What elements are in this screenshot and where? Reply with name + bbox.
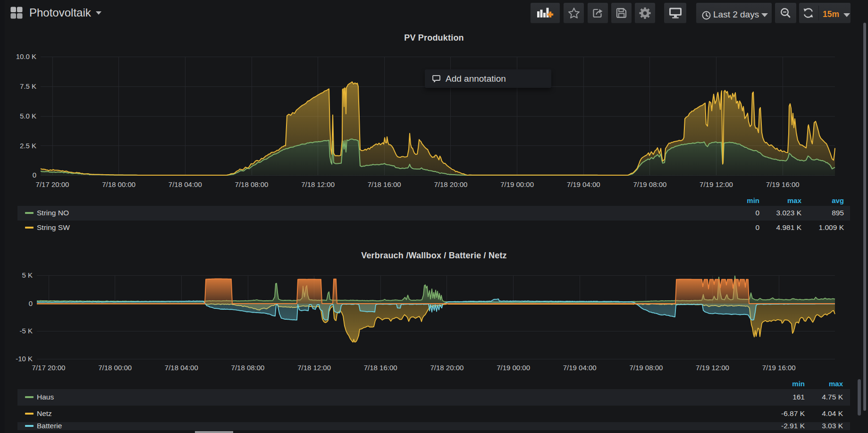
svg-text:7/18 08:00: 7/18 08:00 xyxy=(231,364,265,372)
svg-text:5 K: 5 K xyxy=(22,271,33,279)
svg-text:7/18 20:00: 7/18 20:00 xyxy=(430,364,463,372)
svg-text:7/17 20:00: 7/17 20:00 xyxy=(32,364,66,372)
svg-text:7/18 00:00: 7/18 00:00 xyxy=(98,364,132,372)
svg-text:7/18 04:00: 7/18 04:00 xyxy=(169,180,202,188)
svg-text:2.5 K: 2.5 K xyxy=(20,142,36,150)
svg-text:-5 K: -5 K xyxy=(19,327,33,335)
svg-text:7/19 04:00: 7/19 04:00 xyxy=(563,364,597,372)
svg-text:7/19 16:00: 7/19 16:00 xyxy=(766,180,800,188)
svg-text:7.5 K: 7.5 K xyxy=(20,82,36,90)
svg-text:7/18 20:00: 7/18 20:00 xyxy=(434,180,467,188)
svg-text:0: 0 xyxy=(33,171,36,179)
svg-text:7/18 04:00: 7/18 04:00 xyxy=(165,364,198,372)
svg-text:10.0 K: 10.0 K xyxy=(16,52,36,60)
svg-text:7/18 12:00: 7/18 12:00 xyxy=(297,364,331,372)
svg-text:-10 K: -10 K xyxy=(16,355,33,363)
svg-text:7/18 12:00: 7/18 12:00 xyxy=(301,180,335,188)
svg-text:0: 0 xyxy=(29,299,33,307)
svg-text:7/19 08:00: 7/19 08:00 xyxy=(629,364,663,372)
svg-text:7/18 16:00: 7/18 16:00 xyxy=(364,364,397,372)
svg-text:7/18 16:00: 7/18 16:00 xyxy=(368,180,401,188)
svg-text:7/19 12:00: 7/19 12:00 xyxy=(699,180,733,188)
svg-text:7/19 00:00: 7/19 00:00 xyxy=(497,364,530,372)
svg-text:7/19 00:00: 7/19 00:00 xyxy=(500,180,534,188)
svg-text:7/19 16:00: 7/19 16:00 xyxy=(762,364,796,372)
svg-text:7/19 12:00: 7/19 12:00 xyxy=(696,364,729,372)
svg-text:7/17 20:00: 7/17 20:00 xyxy=(36,180,69,188)
svg-text:7/19 08:00: 7/19 08:00 xyxy=(633,180,666,188)
svg-text:7/19 04:00: 7/19 04:00 xyxy=(567,180,600,188)
svg-text:7/18 00:00: 7/18 00:00 xyxy=(102,180,135,188)
svg-text:7/18 08:00: 7/18 08:00 xyxy=(235,180,269,188)
svg-text:5.0 K: 5.0 K xyxy=(20,112,36,120)
